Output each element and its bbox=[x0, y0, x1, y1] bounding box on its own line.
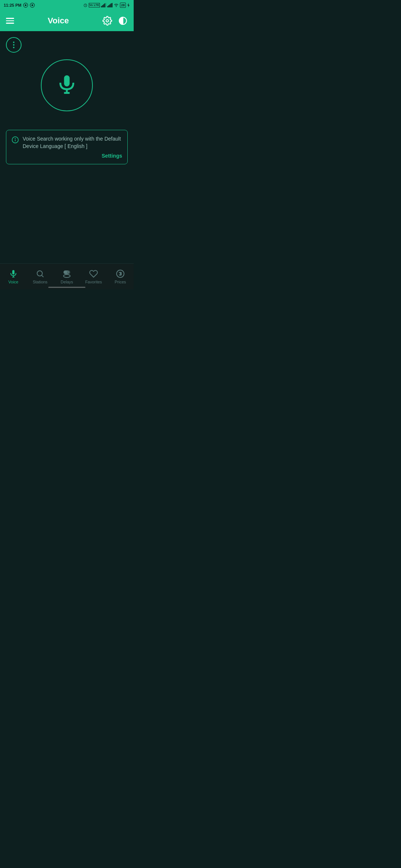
nav-item-prices[interactable]: Prices bbox=[107, 269, 134, 284]
svg-rect-8 bbox=[102, 5, 103, 7]
prices-nav-icon bbox=[116, 269, 125, 278]
settings-link[interactable]: Settings bbox=[12, 153, 122, 159]
delays-nav-label: Delays bbox=[61, 280, 73, 284]
more-options-button[interactable] bbox=[6, 37, 22, 53]
settings-button[interactable] bbox=[102, 16, 112, 26]
battery-indicator: 28 bbox=[120, 3, 126, 8]
podcast-icon bbox=[30, 3, 35, 8]
svg-point-34 bbox=[63, 274, 70, 277]
status-bar-left: 11:25 PM bbox=[4, 3, 35, 8]
page-title: Voice bbox=[48, 16, 69, 26]
app-bar: Voice bbox=[0, 10, 134, 31]
svg-rect-13 bbox=[108, 5, 109, 7]
svg-rect-20 bbox=[64, 75, 70, 86]
svg-point-17 bbox=[116, 6, 117, 7]
charging-icon bbox=[127, 3, 130, 7]
wifi-icon bbox=[114, 3, 119, 7]
media-icon bbox=[23, 3, 28, 8]
main-content: Voice Search working only with the Defau… bbox=[0, 31, 134, 263]
svg-point-29 bbox=[37, 271, 42, 276]
lte-badge: Vo LTE bbox=[89, 3, 100, 7]
info-box: Voice Search working only with the Defau… bbox=[6, 130, 128, 164]
settings-icon bbox=[102, 16, 112, 26]
search-nav-icon bbox=[36, 269, 45, 278]
nav-item-favorites[interactable]: Favorites bbox=[80, 269, 107, 284]
status-bar: 11:25 PM Vo LTE bbox=[0, 0, 134, 10]
home-indicator bbox=[48, 287, 85, 288]
svg-point-18 bbox=[106, 20, 109, 22]
heart-nav-icon bbox=[89, 269, 98, 278]
svg-rect-12 bbox=[107, 6, 108, 7]
theme-button[interactable] bbox=[118, 16, 128, 26]
search-nav-svg bbox=[36, 269, 45, 278]
svg-rect-9 bbox=[103, 4, 104, 7]
alarm-icon bbox=[83, 3, 88, 7]
info-box-content: Voice Search working only with the Defau… bbox=[12, 135, 122, 150]
microphone-button[interactable] bbox=[41, 59, 93, 111]
svg-rect-26 bbox=[12, 270, 14, 274]
nav-item-delays[interactable]: Delays bbox=[53, 269, 80, 284]
bottom-nav: Voice Stations Delays Favorites bbox=[0, 263, 134, 289]
svg-rect-15 bbox=[111, 3, 111, 7]
svg-rect-7 bbox=[101, 6, 102, 7]
svg-line-6 bbox=[85, 6, 86, 6]
svg-line-30 bbox=[42, 275, 44, 277]
mic-nav-icon bbox=[9, 269, 18, 278]
status-bar-right: Vo LTE 28 bbox=[83, 3, 130, 8]
svg-rect-10 bbox=[104, 3, 105, 7]
delays-nav-svg bbox=[62, 269, 71, 278]
heart-nav-svg bbox=[89, 269, 98, 278]
svg-point-3 bbox=[31, 4, 33, 6]
voice-nav-label: Voice bbox=[9, 280, 19, 284]
menu-button[interactable] bbox=[6, 18, 14, 24]
signal-icon-1 bbox=[101, 3, 106, 7]
delays-nav-icon bbox=[62, 269, 71, 278]
time-display: 11:25 PM bbox=[4, 3, 22, 7]
stations-nav-label: Stations bbox=[33, 280, 48, 284]
info-message: Voice Search working only with the Defau… bbox=[23, 135, 122, 150]
app-bar-actions bbox=[102, 16, 128, 26]
three-dots-icon bbox=[13, 42, 14, 48]
svg-rect-16 bbox=[112, 3, 113, 7]
mic-svg bbox=[56, 73, 78, 96]
mic-nav-svg bbox=[9, 269, 18, 278]
svg-rect-11 bbox=[105, 3, 106, 7]
svg-rect-14 bbox=[110, 4, 110, 7]
microphone-icon bbox=[56, 73, 78, 97]
nav-item-stations[interactable]: Stations bbox=[27, 269, 53, 284]
nav-item-voice[interactable]: Voice bbox=[0, 269, 27, 284]
prices-nav-label: Prices bbox=[115, 280, 126, 284]
signal-icon-2 bbox=[107, 3, 113, 7]
svg-point-1 bbox=[25, 4, 26, 6]
info-icon bbox=[12, 136, 19, 145]
favorites-nav-label: Favorites bbox=[85, 280, 102, 284]
info-circle-icon bbox=[12, 136, 19, 144]
mic-container bbox=[6, 59, 128, 111]
prices-nav-svg bbox=[116, 269, 125, 278]
theme-icon bbox=[118, 16, 128, 26]
